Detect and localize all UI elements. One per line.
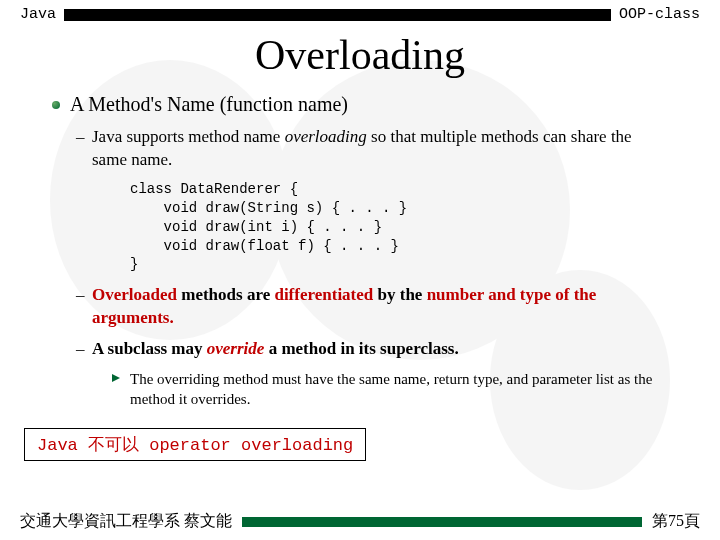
text: A subclass may bbox=[92, 339, 207, 358]
footer-right: 第75頁 bbox=[652, 511, 700, 532]
bullet-level2-differentiated: Overloaded methods are differentiated by… bbox=[92, 284, 660, 330]
code-block: class DataRenderer { void draw(String s)… bbox=[130, 180, 660, 274]
emph-override: override bbox=[207, 339, 265, 358]
header-right: OOP-class bbox=[619, 6, 700, 23]
header-bar: Java OOP-class bbox=[0, 0, 720, 23]
footer-rule bbox=[242, 517, 642, 527]
emph-overloading: overloading bbox=[285, 127, 367, 146]
bullet-level2-override: A subclass may override a method in its … bbox=[92, 338, 660, 361]
bullet-level3: The overriding method must have the same… bbox=[130, 369, 660, 410]
text: by the bbox=[373, 285, 426, 304]
text: Java supports method name bbox=[92, 127, 285, 146]
text: Overloaded bbox=[92, 285, 177, 304]
footer-left: 交通大學資訊工程學系 蔡文能 bbox=[20, 511, 232, 532]
bullet-level2-overloading: Java supports method name overloading so… bbox=[92, 126, 660, 172]
slide-title: Overloading bbox=[0, 31, 720, 79]
header-rule bbox=[64, 9, 611, 21]
bullet-level1: A Method's Name (function name) bbox=[70, 93, 660, 116]
footer-bar: 交通大學資訊工程學系 蔡文能 第75頁 bbox=[0, 511, 720, 532]
text: methods are bbox=[177, 285, 274, 304]
header-left: Java bbox=[20, 6, 56, 23]
text: a method in its superclass. bbox=[264, 339, 458, 358]
text: differentiated bbox=[274, 285, 373, 304]
text: . bbox=[169, 308, 173, 327]
note-box: Java 不可以 operator overloading bbox=[24, 428, 366, 461]
